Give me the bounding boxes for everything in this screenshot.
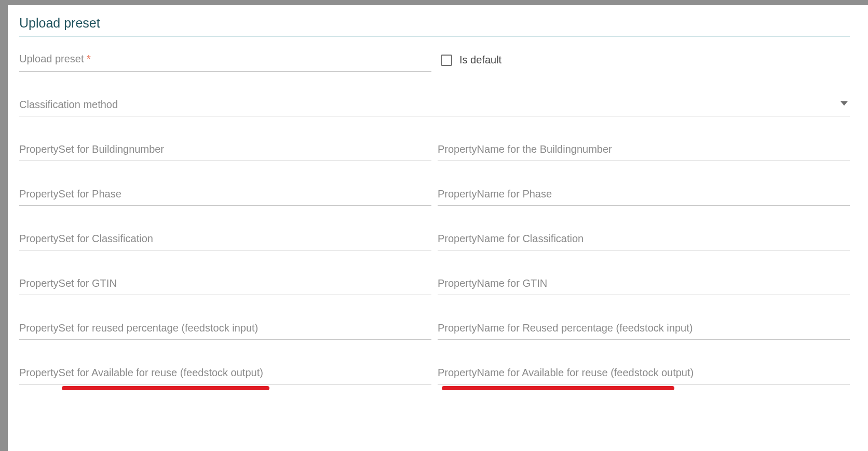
propertyset-gtin-input[interactable] [19, 275, 431, 295]
propertyname-available-for-reuse-input[interactable] [438, 365, 850, 384]
propertyname-phase-input[interactable] [438, 186, 850, 206]
propertyset-classification-input[interactable] [19, 231, 431, 250]
row-gtin [19, 275, 850, 295]
row-phase [19, 186, 850, 206]
row-classification-method [19, 97, 850, 116]
propertyset-available-for-reuse-input[interactable] [19, 365, 431, 384]
upload-preset-input[interactable] [19, 52, 431, 72]
form-body: Upload preset * Is default [19, 52, 850, 384]
propertyset-phase-input[interactable] [19, 186, 431, 206]
propertyname-buildingnumber-input[interactable] [438, 141, 850, 161]
propertyname-reused-percentage-input[interactable] [438, 320, 850, 340]
row-classification [19, 231, 850, 250]
upload-preset-field: Upload preset * [19, 52, 431, 72]
is-default-field: Is default [438, 52, 850, 66]
row-available-for-reuse [19, 365, 850, 384]
propertyname-classification-input[interactable] [438, 231, 850, 250]
is-default-label: Is default [459, 54, 501, 66]
annotation-underline-right [442, 386, 674, 390]
upload-preset-dialog: Upload preset Upload preset * Is default [8, 5, 868, 451]
annotation-underline-left [62, 386, 269, 390]
propertyset-buildingnumber-input[interactable] [19, 141, 431, 161]
row-upload-preset: Upload preset * Is default [19, 52, 850, 72]
classification-method-field [19, 97, 850, 116]
row-buildingnumber [19, 141, 850, 161]
dialog-title: Upload preset [19, 16, 850, 36]
row-reused-percentage [19, 320, 850, 340]
classification-method-select[interactable] [19, 97, 850, 116]
is-default-checkbox[interactable] [441, 55, 452, 66]
propertyset-reused-percentage-input[interactable] [19, 320, 431, 340]
propertyname-gtin-input[interactable] [438, 275, 850, 295]
